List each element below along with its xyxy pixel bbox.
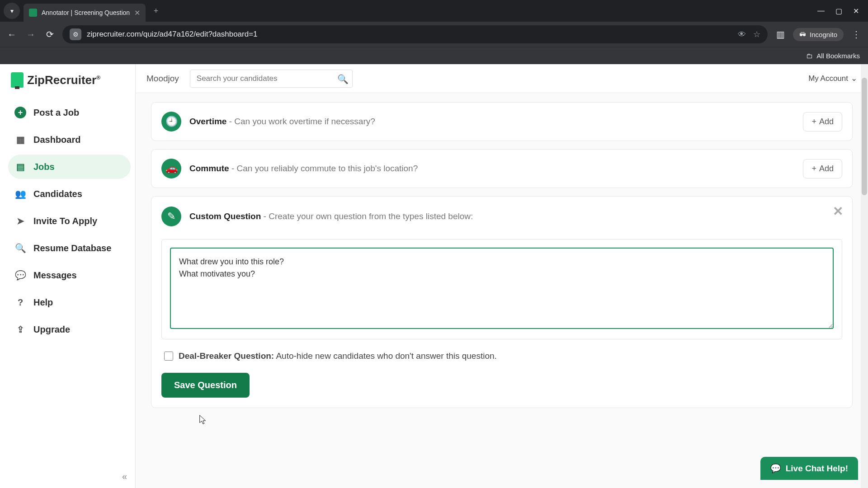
people-icon: 👥: [14, 188, 26, 200]
tab-search-dropdown[interactable]: ▾: [4, 3, 20, 19]
tab-favicon-icon: [29, 9, 37, 17]
sidebar-item-label: Jobs: [33, 162, 55, 172]
incognito-chip[interactable]: 🕶 Incognito: [793, 28, 844, 41]
dealbreaker-label: Deal-Breaker Question:: [179, 351, 274, 361]
question-title: Commute: [189, 164, 229, 173]
sidebar-item-label: Invite To Apply: [33, 216, 97, 226]
upgrade-icon: ⇪: [14, 324, 26, 335]
sidepanel-icon[interactable]: ▥: [774, 28, 787, 41]
question-desc: - Create your own question from the type…: [261, 211, 473, 221]
site-info-icon[interactable]: ⚙: [70, 28, 81, 40]
org-name[interactable]: Moodjoy: [146, 74, 179, 84]
save-question-button[interactable]: Save Question: [161, 373, 250, 398]
tab-title: Annotator | Screening Question: [42, 9, 130, 16]
plus-circle-icon: +: [14, 107, 26, 118]
sidebar-collapse-icon[interactable]: «: [122, 471, 127, 482]
sidebar-item-label: Messages: [33, 270, 77, 281]
sidebar-item-candidates[interactable]: 👥 Candidates: [8, 182, 131, 206]
sidebar-item-label: Help: [33, 297, 53, 308]
question-text: Commute - Can you reliably commute to th…: [189, 164, 418, 174]
sidebar-item-label: Resume Database: [33, 243, 111, 253]
bookmark-star-icon[interactable]: ☆: [753, 29, 760, 39]
maximize-icon[interactable]: ▢: [835, 7, 842, 15]
account-label: My Account: [808, 74, 848, 83]
sidebar-item-post-a-job[interactable]: + Post a Job: [8, 100, 131, 125]
app-root: ZipRecruiter® + Post a Job ▦ Dashboard ▤…: [0, 64, 868, 488]
my-account-menu[interactable]: My Account ⌄: [808, 74, 857, 83]
custom-question-card: ✕ ✎ Custom Question - Create your own qu…: [151, 196, 853, 408]
sidebar-item-label: Upgrade: [33, 324, 70, 335]
url-text: ziprecruiter.com/quiz/ad47a162/edit?dash…: [87, 30, 258, 39]
grid-icon: ▦: [14, 134, 26, 145]
incognito-label: Incognito: [810, 31, 837, 38]
eye-off-icon[interactable]: 👁: [738, 30, 746, 39]
clock-icon: 🕘: [161, 112, 181, 131]
address-bar[interactable]: ⚙ ziprecruiter.com/quiz/ad47a162/edit?da…: [62, 25, 768, 43]
brand-name: ZipRecruiter®: [27, 73, 100, 87]
browser-menu-icon[interactable]: ⋮: [850, 28, 863, 41]
close-custom-icon[interactable]: ✕: [833, 204, 843, 219]
chat-bubble-icon: 💬: [770, 463, 781, 474]
scrollbar-thumb[interactable]: [862, 78, 867, 195]
dealbreaker-desc: Auto-hide new candidates who don't answe…: [274, 351, 497, 361]
live-chat-button[interactable]: 💬 Live Chat Help!: [760, 457, 858, 480]
main-area: Moodjoy 🔍 My Account ⌄ 🕘 Overtime - Can …: [136, 64, 868, 488]
forward-icon: →: [24, 28, 37, 41]
candidate-search-input[interactable]: [190, 70, 353, 88]
question-title: Custom Question: [189, 211, 261, 221]
pencil-icon: ✎: [161, 206, 181, 226]
tab-strip: ▾ Annotator | Screening Question ✕ + — ▢…: [0, 0, 868, 22]
plus-icon: +: [811, 117, 816, 127]
help-icon: ?: [14, 296, 26, 308]
sidebar-item-resume-db[interactable]: 🔍 Resume Database: [8, 236, 131, 260]
sidebar-item-messages[interactable]: 💬 Messages: [8, 263, 131, 287]
bookmarks-folder-icon[interactable]: 🗀: [806, 52, 813, 60]
question-card-overtime: 🕘 Overtime - Can you work overtime if ne…: [151, 102, 853, 141]
custom-question-header: ✎ Custom Question - Create your own ques…: [161, 206, 842, 226]
send-icon: ➤: [14, 215, 26, 227]
textarea-container: [161, 239, 842, 339]
question-text: Custom Question - Create your own questi…: [189, 211, 473, 221]
list-icon: ▤: [14, 161, 26, 173]
sidebar-item-label: Candidates: [33, 189, 82, 199]
sidebar: ZipRecruiter® + Post a Job ▦ Dashboard ▤…: [0, 64, 136, 488]
plus-icon: +: [811, 164, 816, 174]
brand-logo[interactable]: ZipRecruiter®: [8, 72, 131, 88]
reload-icon[interactable]: ⟳: [43, 28, 56, 41]
scrollbar-track[interactable]: [861, 64, 868, 488]
chat-icon: 💬: [14, 269, 26, 281]
back-icon[interactable]: ←: [5, 28, 18, 41]
browser-toolbar: ← → ⟳ ⚙ ziprecruiter.com/quiz/ad47a162/e…: [0, 22, 868, 47]
tab-close-icon[interactable]: ✕: [134, 9, 140, 17]
add-label: Add: [819, 164, 834, 174]
browser-tab[interactable]: Annotator | Screening Question ✕: [24, 4, 146, 22]
search-icon[interactable]: 🔍: [336, 72, 350, 86]
dealbreaker-text: Deal-Breaker Question: Auto-hide new can…: [179, 351, 497, 361]
bookmarks-bar: 🗀 All Bookmarks: [0, 47, 868, 64]
question-desc: - Can you work overtime if necessary?: [226, 117, 375, 126]
sidebar-item-label: Post a Job: [33, 108, 79, 118]
dealbreaker-row: Deal-Breaker Question: Auto-hide new can…: [164, 351, 842, 361]
custom-question-textarea[interactable]: [170, 248, 834, 329]
add-commute-button[interactable]: + Add: [803, 159, 842, 178]
candidate-search: 🔍: [190, 70, 353, 88]
add-overtime-button[interactable]: + Add: [803, 112, 842, 131]
all-bookmarks-label[interactable]: All Bookmarks: [816, 52, 860, 60]
incognito-icon: 🕶: [799, 31, 806, 38]
sidebar-item-invite[interactable]: ➤ Invite To Apply: [8, 209, 131, 233]
content: 🕘 Overtime - Can you work overtime if ne…: [136, 93, 868, 425]
topbar: Moodjoy 🔍 My Account ⌄: [136, 64, 868, 93]
question-desc: - Can you reliably commute to this job's…: [229, 164, 418, 173]
new-tab-button[interactable]: +: [149, 4, 163, 18]
dealbreaker-checkbox[interactable]: [164, 352, 173, 361]
sidebar-item-upgrade[interactable]: ⇪ Upgrade: [8, 317, 131, 342]
sidebar-item-dashboard[interactable]: ▦ Dashboard: [8, 127, 131, 152]
minimize-icon[interactable]: —: [817, 7, 825, 15]
brand-mark-icon: [11, 72, 24, 88]
search-icon: 🔍: [14, 242, 26, 254]
close-window-icon[interactable]: ✕: [853, 7, 859, 15]
add-label: Add: [819, 117, 834, 127]
sidebar-item-help[interactable]: ? Help: [8, 290, 131, 314]
sidebar-item-label: Dashboard: [33, 135, 80, 145]
sidebar-item-jobs[interactable]: ▤ Jobs: [8, 155, 131, 179]
